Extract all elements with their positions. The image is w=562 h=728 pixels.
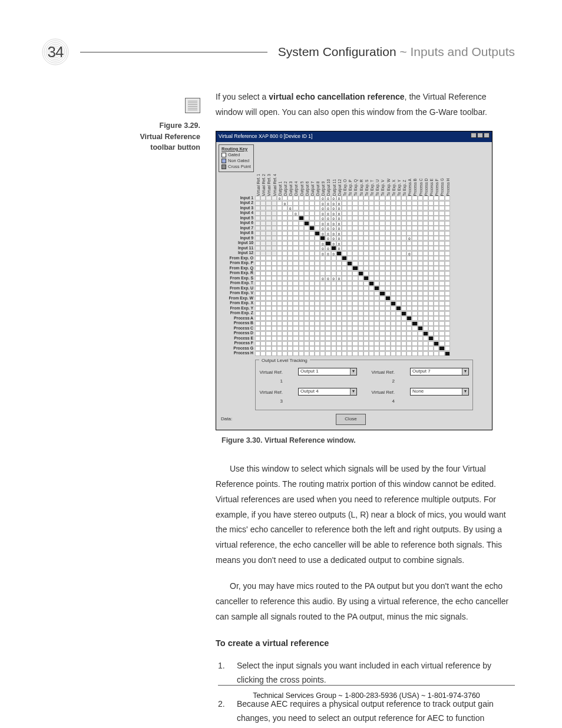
matrix-cell[interactable] bbox=[287, 296, 293, 301]
matrix-cell[interactable] bbox=[445, 246, 450, 251]
matrix-cell[interactable] bbox=[336, 336, 342, 341]
matrix-cell[interactable] bbox=[260, 301, 266, 306]
matrix-cell[interactable] bbox=[299, 211, 304, 216]
matrix-cell[interactable] bbox=[309, 301, 315, 306]
matrix-cell[interactable] bbox=[347, 296, 352, 301]
matrix-cell[interactable] bbox=[347, 336, 352, 341]
matrix-cell[interactable] bbox=[272, 256, 277, 261]
matrix-cell[interactable] bbox=[369, 306, 374, 311]
matrix-cell[interactable] bbox=[347, 221, 352, 226]
matrix-cell[interactable] bbox=[255, 231, 260, 236]
matrix-cell[interactable] bbox=[272, 341, 277, 346]
matrix-cell[interactable]: 0 bbox=[320, 216, 325, 220]
matrix-cell[interactable] bbox=[336, 291, 342, 296]
matrix-cell[interactable] bbox=[342, 316, 347, 321]
matrix-cell[interactable] bbox=[401, 321, 406, 326]
matrix-cell[interactable] bbox=[358, 296, 363, 301]
matrix-cell[interactable] bbox=[347, 331, 352, 336]
matrix-cell[interactable] bbox=[396, 316, 401, 321]
matrix-cell[interactable] bbox=[406, 231, 412, 236]
matrix-cell[interactable] bbox=[391, 221, 396, 226]
matrix-cell[interactable] bbox=[406, 311, 412, 316]
matrix-cell[interactable] bbox=[266, 251, 271, 256]
matrix-cell[interactable] bbox=[428, 236, 434, 241]
matrix-cell[interactable] bbox=[287, 321, 293, 326]
matrix-cell[interactable] bbox=[304, 326, 309, 331]
matrix-cell[interactable] bbox=[418, 311, 423, 316]
matrix-cell[interactable] bbox=[260, 211, 266, 216]
matrix-cell[interactable]: 0 bbox=[336, 276, 342, 281]
matrix-cell[interactable] bbox=[272, 311, 277, 316]
matrix-cell[interactable] bbox=[379, 281, 385, 286]
matrix-cell[interactable] bbox=[336, 281, 342, 286]
matrix-cell[interactable] bbox=[423, 346, 428, 351]
matrix-cell[interactable] bbox=[304, 256, 309, 261]
matrix-cell[interactable] bbox=[309, 201, 315, 206]
matrix-cell[interactable] bbox=[396, 226, 401, 230]
matrix-cell[interactable] bbox=[282, 251, 287, 256]
matrix-cell[interactable] bbox=[401, 251, 406, 256]
matrix-cell[interactable] bbox=[309, 266, 315, 271]
matrix-cell[interactable] bbox=[369, 281, 374, 286]
matrix-cell[interactable] bbox=[445, 331, 450, 336]
matrix-cell[interactable] bbox=[374, 346, 379, 351]
matrix-cell[interactable] bbox=[423, 211, 428, 216]
matrix-cell[interactable] bbox=[423, 321, 428, 326]
matrix-cell[interactable] bbox=[293, 321, 298, 326]
matrix-cell[interactable]: 0 bbox=[299, 216, 304, 220]
matrix-cell[interactable] bbox=[391, 336, 396, 341]
matrix-cell[interactable] bbox=[352, 226, 358, 230]
matrix-cell[interactable] bbox=[293, 351, 298, 356]
matrix-cell[interactable] bbox=[369, 276, 374, 281]
matrix-cell[interactable] bbox=[272, 331, 277, 336]
matrix-cell[interactable] bbox=[325, 296, 330, 301]
matrix-cell[interactable] bbox=[391, 281, 396, 286]
matrix-cell[interactable] bbox=[320, 271, 325, 276]
matrix-cell[interactable] bbox=[299, 256, 304, 261]
matrix-cell[interactable] bbox=[423, 236, 428, 241]
matrix-cell[interactable] bbox=[266, 271, 271, 276]
olt-select[interactable]: Output 4▼ bbox=[298, 388, 357, 396]
matrix-cell[interactable] bbox=[277, 286, 282, 291]
matrix-cell[interactable] bbox=[374, 311, 379, 316]
matrix-cell[interactable] bbox=[385, 306, 391, 311]
matrix-cell[interactable] bbox=[325, 351, 330, 356]
matrix-cell[interactable] bbox=[255, 336, 260, 341]
matrix-cell[interactable] bbox=[358, 321, 363, 326]
matrix-cell[interactable] bbox=[287, 241, 293, 246]
matrix-cell[interactable] bbox=[418, 241, 423, 246]
matrix-cell[interactable] bbox=[277, 311, 282, 316]
matrix-cell[interactable] bbox=[428, 346, 434, 351]
matrix-cell[interactable] bbox=[255, 266, 260, 271]
matrix-cell[interactable] bbox=[287, 261, 293, 266]
matrix-cell[interactable] bbox=[260, 266, 266, 271]
matrix-cell[interactable] bbox=[406, 216, 412, 220]
matrix-cell[interactable] bbox=[352, 266, 358, 271]
matrix-cell[interactable] bbox=[304, 296, 309, 301]
matrix-cell[interactable] bbox=[347, 271, 352, 276]
matrix-cell[interactable] bbox=[272, 276, 277, 281]
matrix-cell[interactable] bbox=[320, 341, 325, 346]
matrix-cell[interactable] bbox=[401, 331, 406, 336]
matrix-cell[interactable] bbox=[401, 231, 406, 236]
matrix-cell[interactable] bbox=[406, 271, 412, 276]
matrix-cell[interactable] bbox=[315, 246, 320, 251]
matrix-cell[interactable]: 0 bbox=[336, 241, 342, 246]
matrix-cell[interactable] bbox=[309, 326, 315, 331]
matrix-cell[interactable] bbox=[369, 316, 374, 321]
matrix-cell[interactable] bbox=[315, 316, 320, 321]
matrix-cell[interactable] bbox=[347, 301, 352, 306]
matrix-cell[interactable] bbox=[445, 201, 450, 206]
matrix-cell[interactable] bbox=[374, 271, 379, 276]
matrix-cell[interactable] bbox=[342, 326, 347, 331]
matrix-cell[interactable] bbox=[255, 291, 260, 296]
matrix-cell[interactable] bbox=[391, 266, 396, 271]
matrix-cell[interactable] bbox=[315, 211, 320, 216]
matrix-cell[interactable] bbox=[299, 261, 304, 266]
matrix-cell[interactable] bbox=[401, 341, 406, 346]
matrix-cell[interactable] bbox=[315, 241, 320, 246]
matrix-cell[interactable] bbox=[363, 236, 369, 241]
matrix-cell[interactable] bbox=[336, 286, 342, 291]
matrix-cell[interactable] bbox=[363, 226, 369, 230]
matrix-cell[interactable] bbox=[379, 196, 385, 200]
